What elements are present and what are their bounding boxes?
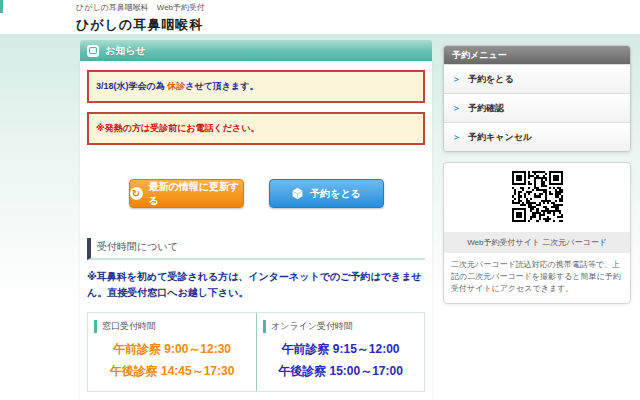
- hours-section-title: 受付時間について: [87, 238, 425, 260]
- menu-item-confirm-label: 予約確認: [468, 102, 504, 115]
- refresh-button[interactable]: ↻ 最新の情報に更新する: [129, 179, 244, 208]
- menu-item-cancel[interactable]: ＞ 予約キャンセル: [444, 122, 630, 151]
- site-header: ひがしの耳鼻咽喉科: [0, 13, 640, 34]
- window-hours-am: 午前診察 9:00～12:30: [94, 339, 250, 361]
- main-column: お知らせ 3/18(水)学会の為 休診させて頂きます。 ※発熱の方は受診前にお電…: [80, 40, 432, 400]
- menu-item-confirm[interactable]: ＞ 予約確認: [444, 93, 630, 122]
- corner-accent-strip: [0, 0, 3, 13]
- fever-notice: ※発熱の方は受診前にお電話ください。: [87, 112, 425, 145]
- closure-notice-prefix: 3/18(水)学会の為: [96, 81, 167, 91]
- fever-notice-text: ※発熱の方は受診前にお電話ください。: [96, 123, 259, 133]
- refresh-button-label: 最新の情報に更新する: [149, 180, 243, 208]
- reservation-menu-title: 予約メニュー: [444, 46, 630, 64]
- reception-hours-box: 窓口受付時間 午前診察 9:00～12:30 午後診察 14:45～17:30 …: [87, 312, 425, 392]
- window-hours-pm: 午後診察 14:45～17:30: [94, 361, 250, 383]
- online-hours-am: 午前診察 9:15～12:00: [263, 339, 418, 361]
- first-visit-warning: ※耳鼻科を初めて受診される方は、インターネットでのご予約はできません。直接受付窓…: [87, 269, 425, 300]
- online-hours-pm: 午後診察 15:00～17:00: [263, 361, 418, 383]
- action-buttons-row: ↻ 最新の情報に更新する 予約をとる: [87, 179, 425, 208]
- clinic-name-title: ひがしの耳鼻咽喉科: [76, 16, 203, 34]
- reserve-button-label: 予約をとる: [310, 187, 361, 201]
- window-hours-column: 窓口受付時間 午前診察 9:00～12:30 午後診察 14:45～17:30: [88, 313, 256, 391]
- qr-code-panel: Web予約受付サイト 二次元バーコード 二次元バーコード読込対応の携帯電話等で、…: [443, 162, 631, 304]
- cube-icon: [291, 187, 304, 200]
- menu-item-reserve-label: 予約をとる: [468, 73, 514, 86]
- closure-notice-highlight: 休診: [167, 81, 185, 91]
- main-panel: 3/18(水)学会の為 休診させて頂きます。 ※発熱の方は受診前にお電話ください…: [80, 61, 432, 400]
- chevron-right-icon: ＞: [452, 102, 461, 115]
- top-title-bar: ひがしの耳鼻咽喉科 Web予約受付: [0, 0, 640, 13]
- closure-notice-suffix: させて頂きます。: [185, 81, 258, 91]
- online-hours-column: オンライン受付時間 午前診察 9:15～12:00 午後診察 15:00～17:…: [256, 313, 424, 391]
- sidebar: 予約メニュー ＞ 予約をとる ＞ 予約確認 ＞ 予約キャンセル Web予約受付サ…: [443, 45, 631, 304]
- qr-code-wrap: [444, 163, 630, 232]
- refresh-icon: ↻: [130, 187, 143, 200]
- chevron-right-icon: ＞: [452, 73, 461, 86]
- window-hours-title: 窓口受付時間: [94, 320, 250, 333]
- qr-code-image: [512, 171, 563, 222]
- news-section-title: お知らせ: [105, 44, 146, 58]
- qr-description: 二次元バーコード読込対応の携帯電話等で、上記の二次元バーコードを撮影すると簡単に…: [444, 253, 630, 303]
- qr-caption: Web予約受付サイト 二次元バーコード: [444, 232, 630, 253]
- closure-notice: 3/18(水)学会の為 休診させて頂きます。: [87, 70, 425, 103]
- page-breadcrumb: ひがしの耳鼻咽喉科 Web予約受付: [76, 2, 205, 13]
- chevron-right-icon: ＞: [452, 131, 461, 144]
- menu-item-reserve[interactable]: ＞ 予約をとる: [444, 64, 630, 93]
- reservation-menu: 予約メニュー ＞ 予約をとる ＞ 予約確認 ＞ 予約キャンセル: [443, 45, 631, 152]
- reserve-button[interactable]: 予約をとる: [269, 179, 384, 208]
- speech-bubble-icon: [87, 45, 99, 57]
- news-section-header: お知らせ: [80, 40, 432, 61]
- online-hours-title: オンライン受付時間: [263, 320, 418, 333]
- menu-item-cancel-label: 予約キャンセル: [468, 131, 532, 144]
